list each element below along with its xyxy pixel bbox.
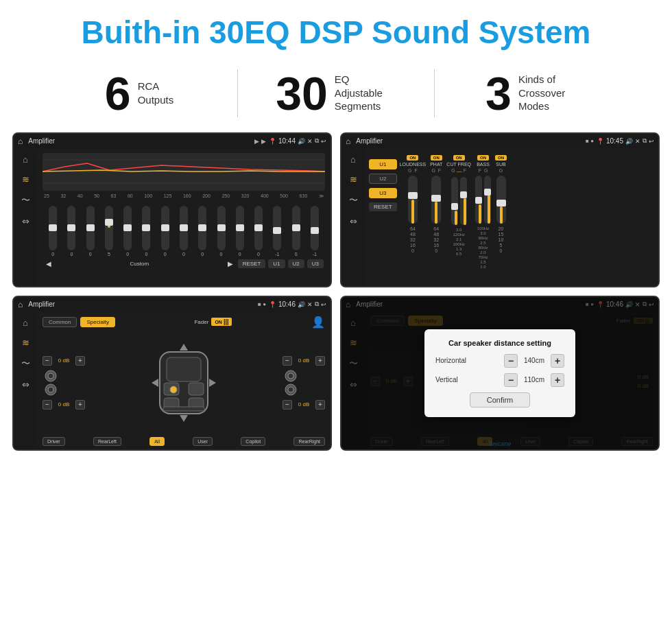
screen3-speaker: ⌂ Amplifier ■ ● 📍 10:46 🔊 ✕ ⧉ ↩ ⌂ ≋ 〜 ⇔ (12, 296, 332, 451)
screen2-wave-icon[interactable]: 〜 (349, 194, 358, 206)
svg-rect-14 (163, 407, 204, 411)
screen3-user-btn[interactable]: User (193, 437, 213, 446)
db-minus-bottom-left[interactable]: − (43, 400, 52, 410)
screen2-u2-btn[interactable]: U2 (369, 174, 397, 184)
sub-on-badge[interactable]: ON (495, 155, 507, 161)
screen2-eq-icon[interactable]: ≋ (350, 174, 357, 185)
svg-marker-18 (209, 379, 216, 387)
cutfreq-slider-r[interactable] (460, 177, 467, 225)
screen1-content: ⌂ ≋ 〜 ⇔ (14, 149, 331, 286)
screen1-window-icon[interactable]: ⧉ (315, 137, 319, 145)
screen3-arrow-icon[interactable]: ⇔ (22, 379, 29, 390)
screen1-wave-icon[interactable]: 〜 (21, 194, 30, 206)
dialog-confirm-button[interactable]: Confirm (470, 392, 531, 407)
bass-on-badge[interactable]: ON (477, 155, 489, 161)
db-plus-bottom-right[interactable]: + (315, 400, 325, 410)
screen3-on-toggle[interactable]: ON ||| (211, 318, 232, 326)
dialog-vertical-plus[interactable]: + (551, 373, 564, 387)
phat-on-badge[interactable]: ON (431, 155, 442, 161)
db-minus-top-right[interactable]: − (283, 356, 292, 366)
screen3-copilot-btn[interactable]: Copilot (241, 437, 265, 446)
screen3-rearleft-btn[interactable]: RearLeft (93, 437, 121, 446)
screen3-rearright-btn[interactable]: RearRight (293, 437, 325, 446)
screen1-u1-btn[interactable]: U1 (268, 259, 285, 268)
cutfreq-slider-l[interactable] (451, 177, 458, 225)
screen3-driver-btn[interactable]: Driver (43, 437, 65, 446)
svg-point-20 (288, 373, 293, 379)
screen3-close-icon[interactable]: ✕ (307, 301, 313, 308)
loudness-slider[interactable] (408, 176, 418, 224)
screen1-home-icon[interactable]: ⌂ (18, 137, 23, 146)
channel-bass: ON BASS FG (475, 155, 491, 269)
eq-slider-14: -1 (307, 206, 322, 257)
screen1-eq-sliders: 0 0 0 5 0 (43, 202, 325, 257)
screen3-layout: − 0 dB + (43, 331, 325, 434)
screen2-home-icon[interactable]: ⌂ (346, 137, 350, 146)
cutfreq-on-badge[interactable]: ON (453, 155, 465, 161)
bass-slider-r[interactable] (484, 176, 491, 224)
screen1-u3-btn[interactable]: U3 (307, 259, 324, 268)
screen3-home-sidebar-icon[interactable]: ⌂ (23, 318, 28, 328)
screen2-u1-btn[interactable]: U1 (369, 159, 397, 169)
db-plus-top-right[interactable]: + (315, 356, 325, 366)
channel-cutfreq: ON CUT FREQ G—F (446, 155, 471, 256)
screen2-reset-btn[interactable]: RESET (369, 202, 397, 211)
screen2-sidebar: ⌂ ≋ 〜 ⇔ (341, 149, 365, 286)
screen1-arrow-icon[interactable]: ⇔ (22, 216, 29, 226)
screen3-back-icon[interactable]: ↩ (321, 301, 326, 308)
screen1-next-btn[interactable]: ▶ (228, 260, 233, 268)
screen3-profile-icon[interactable]: 👤 (311, 316, 325, 329)
screen2-back-icon[interactable]: ↩ (649, 138, 654, 145)
dialog-vertical-value: 110cm (520, 376, 548, 383)
dialog-horizontal-minus[interactable]: − (504, 354, 518, 368)
screen1-prev-btn[interactable]: ◀ (46, 260, 51, 268)
screen3-location-icon: 📍 (269, 301, 276, 308)
screen2-window-icon[interactable]: ⧉ (643, 137, 647, 145)
screen1-nav-icon[interactable]: ▶ ▶ (254, 138, 266, 145)
db-minus-top-left[interactable]: − (43, 356, 52, 366)
db-val-top-left: 0 dB (54, 357, 73, 364)
screen1-back-icon[interactable]: ↩ (321, 138, 326, 145)
dialog-horizontal-plus[interactable]: + (551, 354, 564, 368)
dialog-vertical-minus[interactable]: − (504, 373, 518, 387)
loudness-on-badge[interactable]: ON (407, 155, 418, 161)
screen3-all-btn[interactable]: All (149, 437, 165, 446)
sub-slider[interactable] (496, 176, 506, 224)
dialog-title: Car speaker distance setting (435, 339, 564, 347)
screen3-speaker-icon: 🔊 (298, 301, 305, 308)
screen2-u3-btn[interactable]: U3 (369, 188, 397, 198)
phat-slider[interactable] (431, 176, 441, 224)
page-header: Buith-in 30EQ DSP Sound System (0, 0, 672, 57)
db-val-top-right: 0 dB (294, 357, 313, 364)
bass-slider-l[interactable] (475, 176, 482, 224)
eq-slider-5: 0 (139, 206, 154, 257)
screen1-eq-icon[interactable]: ≋ (22, 174, 29, 185)
screen3-window-icon[interactable]: ⧉ (315, 300, 319, 308)
dialog-overlay: Car speaker distance setting Horizontal … (341, 297, 658, 449)
db-plus-top-left[interactable]: + (75, 356, 85, 366)
db-minus-bottom-right[interactable]: − (283, 400, 292, 410)
screen2-amp: ⌂ Amplifier ■ ● 📍 10:45 🔊 ✕ ⧉ ↩ ⌂ ≋ 〜 ⇔ (340, 132, 660, 287)
screen1-close-icon[interactable]: ✕ (307, 138, 313, 145)
screen1-home-sidebar-icon[interactable]: ⌂ (23, 154, 28, 165)
screen1-u2-btn[interactable]: U2 (288, 259, 304, 268)
screen3-status-icons: 📍 10:46 🔊 ✕ ⧉ ↩ (269, 300, 326, 308)
screenshots-grid: ⌂ Amplifier ▶ ▶ 📍 10:44 🔊 ✕ ⧉ ↩ ⌂ ≋ 〜 ⇔ (0, 127, 672, 464)
screen3-wave-icon[interactable]: 〜 (21, 357, 30, 370)
screen3-specialty-tab[interactable]: Specialty (80, 317, 115, 327)
svg-marker-17 (152, 379, 158, 387)
screen2-close-icon[interactable]: ✕ (635, 138, 640, 145)
toggle-bars-icon: ||| (224, 318, 229, 325)
dialog-box: Car speaker distance setting Horizontal … (424, 329, 575, 417)
screen1-reset-btn[interactable]: RESET (238, 259, 266, 268)
eq-slider-3: 5 (101, 206, 117, 257)
dialog-horizontal-label: Horizontal (435, 357, 473, 364)
screen3-eq-icon[interactable]: ≋ (22, 338, 29, 348)
screen3-time: 10:46 (278, 300, 296, 308)
screen3-common-tab[interactable]: Common (43, 317, 77, 327)
screen2-arrow-icon[interactable]: ⇔ (350, 216, 357, 226)
screen2-home-sidebar-icon[interactable]: ⌂ (350, 154, 356, 165)
db-plus-bottom-left[interactable]: + (75, 400, 85, 410)
eq-slider-11: 0 (251, 206, 266, 257)
screen3-home-icon[interactable]: ⌂ (18, 300, 23, 309)
